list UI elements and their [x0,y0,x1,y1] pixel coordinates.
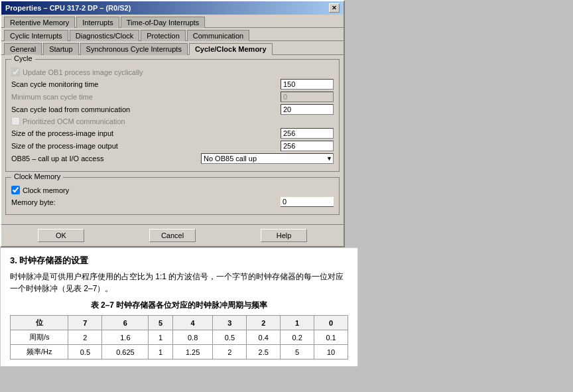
min-scan-label: Minimum scan cycle time [11,93,281,101]
process-output-label: Size of the process-image output [11,142,281,150]
tab-startup[interactable]: Startup [43,43,78,55]
col-header-4: 4 [172,316,213,330]
freq-0: 10 [314,345,348,359]
clock-memory-group-title: Clock Memory [11,172,63,180]
period-2: 0.4 [247,330,281,345]
col-header-bit: 位 [11,316,68,330]
period-6: 1.6 [102,330,149,345]
doc-description: 时钟脉冲是可供用户程序使用的占空比为 1:1 的方波信号，一个字节的时钟存储器的… [10,271,348,294]
period-4: 0.8 [172,330,213,345]
content-area: Cycle Update OB1 process image cyclicall… [1,55,344,224]
scan-monitoring-row: Scan cycle monitoring time [11,79,334,90]
memory-byte-input[interactable] [281,197,334,207]
memory-byte-row: Memory byte: [11,197,334,207]
prioritized-row: Prioritized OCM communication [11,117,334,125]
window-title: Properties – CPU 317-2 DP – (R0/S2) [5,4,131,12]
update-ob1-label: Update OB1 process image cyclically [23,68,143,76]
freq-1: 5 [281,345,314,359]
tab-row-1: Retentive Memory Interrupts Time-of-Day … [1,15,344,28]
tab-row-2: Cyclic Interrupts Diagnostics/Clock Prot… [1,28,344,41]
freq-2: 2.5 [247,345,281,359]
tab-communication[interactable]: Communication [187,30,249,41]
process-output-field[interactable] [281,141,334,151]
period-label: 周期/s [11,330,68,345]
col-header-5: 5 [149,316,172,330]
period-3: 0.5 [213,330,247,345]
period-7: 2 [68,330,102,345]
period-1: 0.2 [281,330,314,345]
doc-table: 位 7 6 5 4 3 2 1 0 周期/s 2 1.6 1 0.8 0.5 0… [10,315,348,359]
update-ob1-row: Update OB1 process image cyclically [11,68,334,76]
scan-monitoring-label: Scan cycle monitoring time [11,80,281,88]
tab-row-3: General Startup Synchronous Cycle Interr… [1,41,344,55]
title-bar: Properties – CPU 317-2 DP – (R0/S2) ✕ [1,1,344,15]
scan-monitoring-input[interactable] [281,79,334,90]
tab-cycle-clock-memory[interactable]: Cycle/Clock Memory [189,43,273,55]
doc-table-title: 表 2–7 时钟存储器各位对应的时钟脉冲周期与频率 [10,300,348,311]
close-button[interactable]: ✕ [329,3,340,13]
col-header-3: 3 [213,316,247,330]
button-row: OK Cancel Help [1,224,344,246]
prioritized-checkbox [11,117,20,125]
freq-label: 频率/Hz [11,345,68,359]
tab-diagnostics-clock[interactable]: Diagnostics/Clock [70,30,139,41]
ob85-select[interactable]: No OB85 call up Only for local I/O For a… [201,153,334,164]
scan-load-row: Scan cycle load from communication [11,104,334,115]
period-0: 0.1 [314,330,348,345]
scan-load-input[interactable] [281,104,334,115]
process-input-label: Size of the process-image input [11,129,281,137]
tab-time-of-day[interactable]: Time-of-Day Interrupts [121,17,206,28]
freq-3: 2 [213,345,247,359]
ob85-label: OB85 – call up at I/O access [11,155,201,163]
doc-section-num: 3. [10,255,17,265]
update-ob1-checkbox [11,68,20,76]
clock-memory-group-box: Clock Memory Clock memory Memory byte: [5,177,340,215]
tab-interrupts[interactable]: Interrupts [76,17,119,28]
clock-memory-group-content: Clock memory Memory byte: [11,186,334,207]
tab-protection[interactable]: Protection [141,30,186,41]
freq-4: 1.25 [172,345,213,359]
cycle-group-content: Update OB1 process image cyclically Scan… [11,68,334,164]
help-button[interactable]: Help [261,229,307,242]
process-input-field[interactable] [281,128,334,139]
ob85-select-wrapper: No OB85 call up Only for local I/O For a… [201,153,334,164]
memory-byte-label: Memory byte: [11,198,281,206]
scan-load-label: Scan cycle load from communication [11,105,281,113]
freq-5: 1 [149,345,172,359]
col-header-2: 2 [247,316,281,330]
col-header-0: 0 [314,316,348,330]
title-bar-buttons: ✕ [329,3,340,13]
freq-6: 0.625 [102,345,149,359]
table-row-freq: 频率/Hz 0.5 0.625 1 1.25 2 2.5 5 10 [11,345,348,359]
dialog-window: Properties – CPU 317-2 DP – (R0/S2) ✕ Re… [0,0,345,247]
min-scan-row: Minimum scan cycle time [11,92,334,102]
period-5: 1 [149,330,172,345]
clock-memory-checkbox[interactable] [11,186,20,194]
col-header-7: 7 [68,316,102,330]
ob85-row: OB85 – call up at I/O access No OB85 cal… [11,153,334,164]
col-header-6: 6 [102,316,149,330]
ok-button[interactable]: OK [38,229,84,242]
process-output-row: Size of the process-image output [11,141,334,151]
prioritized-label: Prioritized OCM communication [23,117,125,125]
tab-synchronous-cycle[interactable]: Synchronous Cycle Interrupts [80,43,188,55]
col-header-1: 1 [281,316,314,330]
tab-retentive-memory[interactable]: Retentive Memory [4,17,75,28]
cancel-button[interactable]: Cancel [149,229,196,242]
freq-7: 0.5 [68,345,102,359]
clock-memory-checkbox-row: Clock memory [11,186,334,194]
cycle-group-title: Cycle [11,54,35,62]
tab-general[interactable]: General [4,43,42,55]
table-row-period: 周期/s 2 1.6 1 0.8 0.5 0.4 0.2 0.1 [11,330,348,345]
clock-memory-label: Clock memory [23,186,69,194]
min-scan-input [281,92,334,102]
cycle-group-box: Cycle Update OB1 process image cyclicall… [5,59,340,172]
process-input-row: Size of the process-image input [11,128,334,139]
doc-section: 3. 时钟存储器的设置 时钟脉冲是可供用户程序使用的占空比为 1:1 的方波信号… [0,247,358,367]
doc-title: 3. 时钟存储器的设置 [10,255,348,267]
doc-section-title: 时钟存储器的设置 [19,255,88,265]
table-header-row: 位 7 6 5 4 3 2 1 0 [11,316,348,330]
tab-cyclic-interrupts[interactable]: Cyclic Interrupts [4,30,68,41]
